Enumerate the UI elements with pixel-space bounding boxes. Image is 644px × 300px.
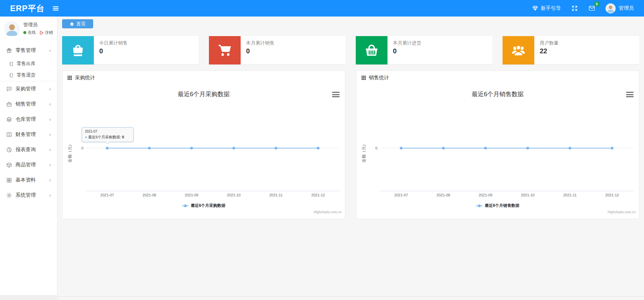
x-axis-label: 2021-09 — [474, 193, 498, 197]
x-axis-label: 2021-11 — [558, 193, 582, 197]
app-brand: ERP平台 — [0, 3, 51, 14]
basket-icon — [356, 36, 387, 64]
users-icon — [503, 36, 534, 64]
sidebar-item-retail[interactable]: 零售管理 — [0, 43, 57, 58]
sidebar-item-system[interactable]: 系统管理 — [0, 188, 57, 203]
briefcase-icon — [6, 101, 12, 107]
main-content: 首页 今日累计销售0本月累计销售0本月累计进货0用户数量22 采购统计最近6个月… — [57, 17, 644, 300]
sidebar-item-goods[interactable]: 商品管理 — [0, 157, 57, 172]
panel-sales-stats: 销售统计最近6个月销售数据0金额（元）2021-072021-082021-09… — [356, 71, 639, 219]
submenu-retail: 零售出库零售退货 — [0, 58, 57, 81]
sidebar-toggle-button[interactable] — [51, 4, 60, 13]
guide-label: 新手引导 — [541, 5, 561, 11]
panel-purchase-stats: 采购统计最近6个月采购数据0金额（元）2021-072021-082021-09… — [62, 71, 345, 219]
highcharts-credit[interactable]: Highcharts.com.cn — [608, 210, 636, 214]
stat-card-month-sales: 本月累计销售0 — [209, 36, 346, 64]
panel-header: 采购统计 — [62, 71, 345, 85]
chart-tooltip: 2021-07●最近6个月采购数据: 0 — [82, 127, 134, 142]
gem-icon — [532, 5, 538, 11]
sidebar-item-basic[interactable]: 基本资料 — [0, 172, 57, 188]
grid-dots-icon — [361, 75, 366, 80]
sidebar-item-sales[interactable]: 销售管理 — [0, 97, 57, 112]
sidebar-username: 管理员 — [23, 22, 53, 28]
stat-cards-row: 今日累计销售0本月累计销售0本月累计进货0用户数量22 — [62, 36, 639, 64]
stat-card-month-purchase: 本月累计进货0 — [356, 36, 492, 64]
chevron-down-icon — [48, 48, 52, 53]
grid-dots-icon — [67, 75, 72, 80]
y-axis-title: 金额（元） — [361, 142, 367, 163]
sidebar-item-retail-return[interactable]: 零售退货 — [0, 70, 57, 81]
chevron-left-icon — [48, 193, 52, 197]
stat-card-value: 22 — [540, 47, 559, 55]
line-chart-plot — [62, 85, 345, 218]
y-axis-title: 金额（元） — [67, 142, 73, 163]
sidebar-menu: 零售管理零售出库零售退货采购管理销售管理仓库管理财务管理报表查询商品管理基本资料… — [0, 43, 57, 203]
line-chart-plot — [356, 85, 639, 218]
chevron-left-icon — [48, 178, 52, 182]
stat-card-today-sales: 今日累计销售0 — [62, 36, 199, 64]
hamburger-icon — [52, 5, 59, 12]
message-count-badge: 0 — [594, 2, 599, 6]
navbar-username: 管理员 — [619, 5, 634, 11]
chevron-left-icon — [48, 87, 52, 91]
fullscreen-button[interactable] — [571, 5, 578, 12]
avatar — [4, 21, 20, 37]
legend-marker-icon — [182, 204, 189, 208]
x-axis-label: 2021-09 — [180, 193, 204, 197]
legend-marker-icon — [476, 204, 483, 208]
messages-button[interactable]: 0 — [588, 5, 595, 12]
home-icon — [70, 22, 74, 26]
x-axis-label: 2021-07 — [96, 193, 119, 197]
sidebar-item-warehouse[interactable]: 仓库管理 — [0, 112, 57, 127]
grid-icon — [6, 177, 12, 183]
chevron-left-icon — [48, 163, 52, 167]
guide-link[interactable]: 新手引导 — [532, 5, 561, 11]
sidebar-item-finance[interactable]: 财务管理 — [0, 127, 57, 142]
chevron-left-icon — [48, 132, 52, 137]
chart-panels-row: 采购统计最近6个月采购数据0金额（元）2021-072021-082021-09… — [62, 71, 639, 219]
footer-divider — [57, 296, 644, 297]
book-icon — [6, 132, 12, 138]
logout-icon — [39, 30, 44, 35]
sidebar-item-retail-out[interactable]: 零售出库 — [0, 58, 57, 70]
panel-header: 销售统计 — [356, 71, 639, 85]
online-status-label: 在线 — [28, 30, 36, 35]
shopping-bag-icon — [62, 36, 94, 64]
x-axis-label: 2021-12 — [306, 193, 330, 197]
sidebar-item-report[interactable]: 报表查询 — [0, 142, 57, 157]
avatar — [606, 3, 616, 13]
highcharts-credit[interactable]: Highcharts.com.cn — [314, 210, 342, 214]
chart-legend[interactable]: 最近6个月销售数据 — [356, 203, 639, 209]
breadcrumb-tab-home[interactable]: 首页 — [62, 19, 93, 28]
chevron-left-icon — [48, 102, 52, 106]
cart-icon — [209, 36, 241, 64]
x-axis-label: 2021-10 — [222, 193, 246, 197]
chevron-left-icon — [48, 147, 52, 152]
notebook-icon — [9, 73, 14, 78]
top-navbar: ERP平台 新手引导 0 管理员 — [0, 0, 644, 17]
x-axis-label: 2021-08 — [432, 193, 455, 197]
logout-link[interactable]: 注销 — [39, 30, 53, 35]
stat-card-value: 0 — [246, 47, 274, 55]
sidebar-item-purchase[interactable]: 采购管理 — [0, 81, 57, 97]
clock-icon — [6, 147, 12, 153]
gear-icon — [6, 192, 12, 198]
stat-card-value: 0 — [99, 47, 128, 55]
logout-label: 注销 — [45, 30, 53, 35]
box-icon — [6, 162, 12, 168]
breadcrumb-home-label: 首页 — [76, 21, 86, 27]
x-axis-label: 2021-12 — [600, 193, 624, 197]
chart-legend[interactable]: 最近6个月采购数据 — [62, 203, 345, 209]
gift-icon — [6, 48, 12, 54]
expand-icon — [571, 5, 578, 12]
notebook-icon — [9, 61, 14, 66]
x-axis-label: 2021-07 — [390, 193, 413, 197]
sidebar-user-panel: 管理员 在线 注销 — [0, 17, 57, 40]
purchase-stats-chart: 最近6个月采购数据0金额（元）2021-072021-082021-092021… — [62, 85, 345, 218]
x-axis-label: 2021-08 — [138, 193, 161, 197]
x-axis-label: 2021-11 — [264, 193, 288, 197]
user-menu[interactable]: 管理员 — [606, 3, 634, 13]
x-axis-label: 2021-10 — [516, 193, 540, 197]
chat-icon — [6, 86, 12, 92]
stat-card-value: 0 — [393, 47, 421, 55]
